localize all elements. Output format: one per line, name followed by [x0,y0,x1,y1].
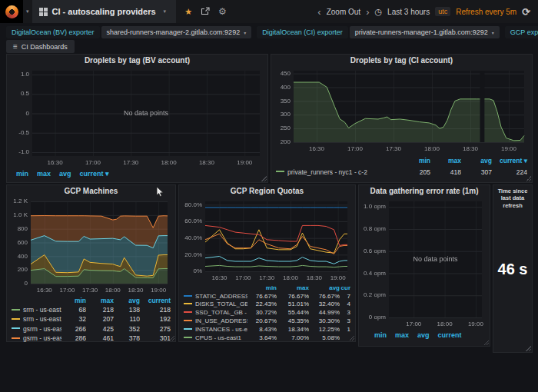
variable-do-bv-exporter: DigitalOcean (BV) exporter shared-runner… [6,26,251,38]
panel-title[interactable]: Droplets by tag (CI account) [271,55,532,66]
droplets-ci-chart-canvas[interactable] [274,66,530,154]
legend-stat-value: 425 [86,325,114,333]
chevron-down-icon[interactable]: ▾ [26,8,29,15]
zoom-out-button[interactable]: Zoom Out [327,8,360,16]
variable-value-dropdown[interactable]: shared-runners-manager-2.gitlab.com:9292… [101,26,252,38]
legend-header[interactable]: current [140,297,171,304]
ci-dashboards-link[interactable]: ≡ CI Dashboards [6,40,75,53]
series-color-dash [184,311,192,313]
legend-stat-value: 8.43% [247,326,277,333]
legend-stat-value: 3 [340,309,350,316]
refresh-icon[interactable]: ⟳ [522,6,530,18]
legend-series-name[interactable]: IN_USE_ADDRESSES - us-east1 [184,317,247,324]
legend-header[interactable]: max [86,297,114,304]
legend-row: srm - us-east1-c - n1-standard-168218138… [12,305,171,314]
legend-header[interactable]: min [247,284,277,291]
legend-series-name[interactable]: STATIC_ADDRESSES - us-east1 [184,293,247,300]
share-icon[interactable] [201,7,210,17]
panel-gcp-region-quotas: GCP Region Quotas minmaxavgcurSTATIC_ADD… [178,184,356,342]
legend-stat-value: 7 [340,293,350,300]
legend-series-name[interactable]: gsrm - us-east1-c - n1-standard-2 [12,325,61,333]
legend-series-name[interactable]: INSTANCES - us-east1 [184,326,247,333]
legend-header[interactable]: max [395,331,409,339]
navbar: ▾ CI - autoscaling providers ▾ ★ ⚙ ‹ Zoo… [0,0,538,23]
series-color-dash [12,327,20,329]
legend-series-name[interactable]: srm - us-east1-d - n1-standard-1 [12,315,61,323]
legend-header[interactable]: min [61,297,86,304]
gcp-machines-chart-canvas[interactable] [9,197,173,295]
legend-stat-value: 205 [400,168,430,176]
gear-icon[interactable]: ⚙ [218,7,227,16]
legend-row: DISKS_TOTAL_GB - us-east122.43%51.01%32.… [184,301,350,309]
error-rate-chart-canvas[interactable] [361,197,487,329]
legend-stat-value: 44.99% [309,309,340,316]
variable-label: DigitalOcean (CI) exporter [257,26,348,38]
legend-row: CPUS - us-east13.64%7.00%5.08% [184,334,350,342]
legend-header[interactable]: current [438,331,462,339]
panel-title[interactable]: Time since last data refresh [493,185,532,209]
legend-row: private_runners - nyc1 - c-2205418307224 [276,166,527,178]
timezone-badge: utc [435,7,450,16]
panel-resize-handle[interactable] [261,176,267,181]
panel-title[interactable]: GCP Region Quotas [179,185,355,197]
panel-resize-handle[interactable] [169,335,174,341]
legend-header[interactable]: cur [340,284,350,291]
legend-header[interactable]: current ▾ [492,157,527,164]
series-color-dash [276,171,284,172]
chevron-left-icon[interactable]: ‹ [317,7,320,17]
variable-do-ci-exporter: DigitalOcean (CI) exporter private-runne… [257,26,500,38]
panel-resize-handle[interactable] [526,346,531,351]
star-icon[interactable]: ★ [184,8,192,16]
panel-resize-handle[interactable] [526,176,531,181]
refresh-interval-button[interactable]: Refresh every 5m [456,8,516,16]
legend-series-name[interactable]: gsrm - us-east1-d - n1-standard-2 [12,334,61,342]
panel-resize-handle[interactable] [483,340,489,345]
legend-header[interactable]: min [400,157,430,164]
navbar-time-controls: ‹ Zoom Out › ◷ Last 3 hours utc Refresh … [317,6,538,18]
legend-stat-value: 5.08% [309,334,340,341]
legend-header[interactable]: current ▾ [80,170,109,178]
legend-header[interactable]: max [430,157,461,164]
time-range-picker[interactable]: Last 3 hours [387,8,430,16]
dashboard-title-dropdown[interactable]: CI - autoscaling providers ▾ [32,0,177,23]
legend-header[interactable]: avg [417,331,430,339]
panel-droplets-bv: Droplets by tag (BV account) minmaxavgcu… [6,54,268,183]
panel-resize-handle[interactable] [349,335,354,341]
series-color-dash [12,337,20,339]
legend-series-name[interactable]: CPUS - us-east1 [184,334,247,341]
legend-row: srm - us-east1-d - n1-standard-132207110… [12,314,171,324]
droplets-bv-chart-canvas[interactable] [9,66,265,168]
legend-header-row: minmaxavgcurrent [12,296,171,305]
panel-title[interactable]: GCP Machines [7,185,175,197]
legend-header[interactable]: min [16,170,28,178]
variable-gcp-exporter: GCP exporter shared-runners-manager-4.gi… [505,26,538,38]
legend-header[interactable]: avg [309,284,340,291]
legend-series-name[interactable]: private_runners - nyc1 - c-2 [276,168,400,176]
variable-value-dropdown[interactable]: private-runners-manager-1.gitlab.com:929… [350,26,500,38]
legend-stat-value: 224 [492,168,527,176]
legend-header[interactable]: max [277,284,309,291]
legend-series-name[interactable]: SSD_TOTAL_GB - us-east1 [184,309,247,316]
grafana-logo[interactable] [0,0,23,23]
legend-row: STATIC_ADDRESSES - us-east176.67%76.67%7… [184,292,350,301]
series-color-dash [184,337,192,338]
legend-stat-value: 32 [61,315,86,323]
gcp-quotas-chart-canvas[interactable] [181,197,353,283]
dashboard-grid-icon [39,8,48,16]
legend-header[interactable]: max [37,170,51,178]
legend-series-name[interactable]: DISKS_TOTAL_GB - us-east1 [184,301,247,307]
legend-stat-value: 4 [340,301,350,307]
legend-stat-value: 22.43% [247,301,277,307]
legend-header[interactable]: min [374,331,387,339]
legend-stat-value: 378 [114,334,140,342]
panel-title[interactable]: Droplets by tag (BV account) [7,55,267,66]
panel-title[interactable]: Data gathering error rate (1m) [359,185,490,197]
legend-series-name[interactable]: srm - us-east1-c - n1-standard-1 [12,306,61,314]
legend-stat-value: 418 [430,168,461,176]
legend-header[interactable]: avg [59,170,71,178]
clock-icon: ◷ [375,7,383,17]
legend-header[interactable]: avg [461,157,492,164]
chevron-right-icon[interactable]: › [366,7,369,17]
legend-header[interactable]: avg [114,297,140,304]
legend-stat-value: 55.44% [277,309,309,316]
